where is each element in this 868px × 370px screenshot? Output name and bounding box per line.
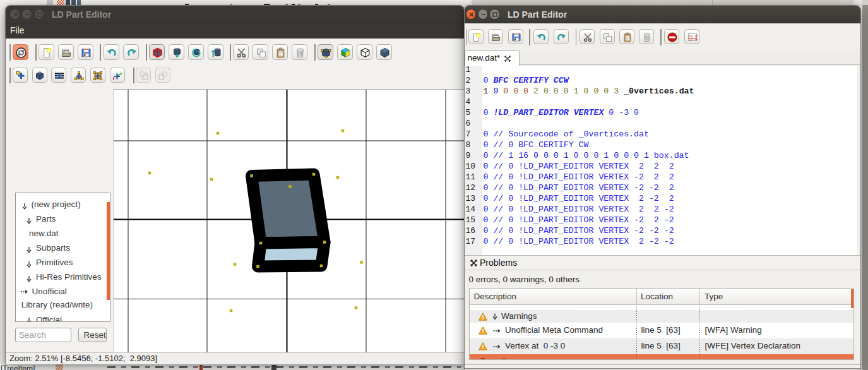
svg-text:12:06: 12:06 bbox=[689, 37, 698, 41]
